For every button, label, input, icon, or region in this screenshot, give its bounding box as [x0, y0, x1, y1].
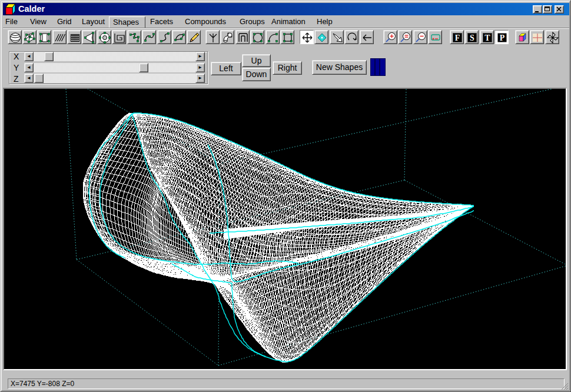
svg-text:F: F [455, 34, 460, 42]
svg-text:T: T [484, 34, 490, 42]
svg-text:S: S [470, 34, 474, 42]
svg-text:P: P [500, 34, 505, 42]
